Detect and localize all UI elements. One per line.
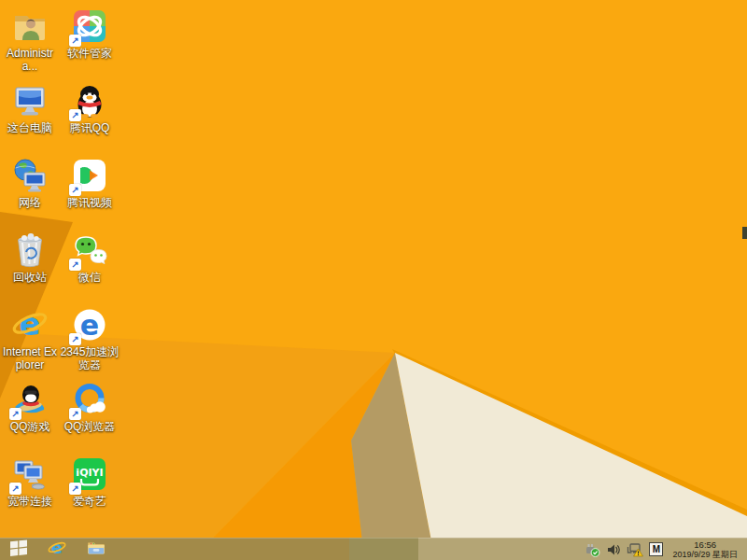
network-globe-icon [11, 157, 49, 194]
desktop-icon-label: 微信 [60, 271, 120, 284]
desktop-icon-qq-games[interactable]: ↗QQ游戏 [0, 381, 60, 433]
file-explorer-icon [86, 538, 106, 560]
volume-icon[interactable] [606, 542, 621, 557]
wechat-icon: ↗ [71, 231, 108, 269]
recycle-bin-icon [11, 231, 49, 269]
desktop-icon-recycle-bin[interactable]: 回收站 [0, 231, 60, 284]
shortcut-arrow-overlay-icon: ↗ [9, 483, 21, 495]
desktop-icon-label: 2345加速浏览器 [60, 345, 120, 371]
shortcut-arrow-overlay-icon: ↗ [69, 35, 81, 47]
windows-start-icon [9, 539, 28, 560]
desktop-icon-label: 网络 [0, 196, 60, 209]
broadband-icon: ↗ [11, 455, 49, 493]
clock-date: 2019/9/29 星期日 [672, 550, 738, 559]
network-warning-icon[interactable] [627, 542, 643, 557]
desktop-icon-wechat[interactable]: ↗微信 [60, 231, 120, 284]
qq-games-icon: ↗ [11, 381, 49, 418]
taskbar-clock[interactable]: 16:56 2019/9/29 星期日 [670, 539, 740, 560]
desktop-icon-network[interactable]: 网络 [0, 157, 60, 209]
desktop-icon-administrator[interactable]: Administra... [0, 7, 60, 73]
desktop-icon-label: 宽带连接 [0, 495, 60, 508]
svg-text:e: e [19, 306, 40, 343]
desktop-icon-label: 这台电脑 [0, 121, 60, 134]
desktop-icon-label: 爱奇艺 [60, 495, 120, 508]
desktop-icon-label: QQ浏览器 [60, 420, 120, 433]
start-button[interactable] [0, 539, 37, 560]
iqiyi-icon: iQIYI ↗ [71, 455, 108, 493]
shortcut-arrow-overlay-icon: ↗ [69, 259, 81, 271]
wallpaper-edge-notch [742, 227, 747, 239]
software-manager-icon: ↗ [71, 7, 108, 45]
clock-time: 16:56 [672, 540, 738, 550]
desktop-icon-label: 腾讯QQ [60, 121, 120, 134]
user-folder-icon [11, 7, 49, 45]
desktop-icon-internet-explorer[interactable]: e Internet Explorer [0, 306, 60, 371]
desktop-icon-tencent-qq[interactable]: ↗腾讯QQ [60, 82, 120, 134]
shortcut-arrow-overlay-icon: ↗ [69, 109, 81, 121]
ime-indicator-icon[interactable]: M [649, 542, 663, 556]
svg-text:iQIYI: iQIYI [76, 467, 103, 479]
shortcut-arrow-overlay-icon: ↗ [69, 483, 81, 495]
desktop: Administra... ↗软件管家 这台电脑 ↗腾讯QQ 网络 ↗腾讯视频 … [0, 0, 747, 560]
desktop-icon-label: QQ游戏 [0, 420, 60, 433]
desktop-icon-iqiyi[interactable]: iQIYI ↗爱奇艺 [60, 455, 120, 508]
taskbar-explorer-button[interactable] [77, 539, 116, 560]
desktop-icon-broadband[interactable]: ↗宽带连接 [0, 455, 60, 508]
desktop-icon-grid: Administra... ↗软件管家 这台电脑 ↗腾讯QQ 网络 ↗腾讯视频 … [0, 0, 149, 538]
computer-icon [11, 82, 49, 119]
shortcut-arrow-overlay-icon: ↗ [69, 408, 81, 420]
ie-icon: e [11, 306, 49, 343]
desktop-icon-this-pc[interactable]: 这台电脑 [0, 82, 60, 134]
shortcut-arrow-overlay-icon: ↗ [9, 408, 21, 420]
qq-penguin-icon: ↗ [71, 82, 108, 119]
internet-explorer-icon: e [47, 538, 67, 560]
shortcut-arrow-overlay-icon: ↗ [69, 333, 81, 345]
tencent-video-icon: ↗ [71, 157, 108, 194]
usb-safely-remove-icon[interactable] [585, 542, 600, 557]
desktop-icon-label: Internet Explorer [0, 345, 60, 371]
desktop-icon-label: 软件管家 [60, 47, 120, 60]
browser-2345-icon: e ↗ [71, 306, 108, 343]
desktop-icon-label: Administra... [0, 47, 60, 73]
svg-text:e: e [51, 539, 63, 557]
desktop-icon-label: 腾讯视频 [60, 196, 120, 209]
desktop-icon-qq-browser[interactable]: ↗QQ浏览器 [60, 381, 120, 433]
system-tray: M [585, 542, 663, 557]
taskbar: e [0, 538, 747, 560]
shortcut-arrow-overlay-icon: ↗ [69, 184, 81, 196]
desktop-icon-2345-browser[interactable]: e ↗2345加速浏览器 [60, 306, 120, 371]
desktop-icon-software-manager[interactable]: ↗软件管家 [60, 7, 120, 60]
svg-text:e: e [80, 309, 99, 342]
desktop-icon-tencent-video[interactable]: ↗腾讯视频 [60, 157, 120, 209]
qq-browser-icon: ↗ [71, 381, 108, 418]
taskbar-ie-button[interactable]: e [37, 539, 77, 560]
desktop-icon-label: 回收站 [0, 271, 60, 284]
